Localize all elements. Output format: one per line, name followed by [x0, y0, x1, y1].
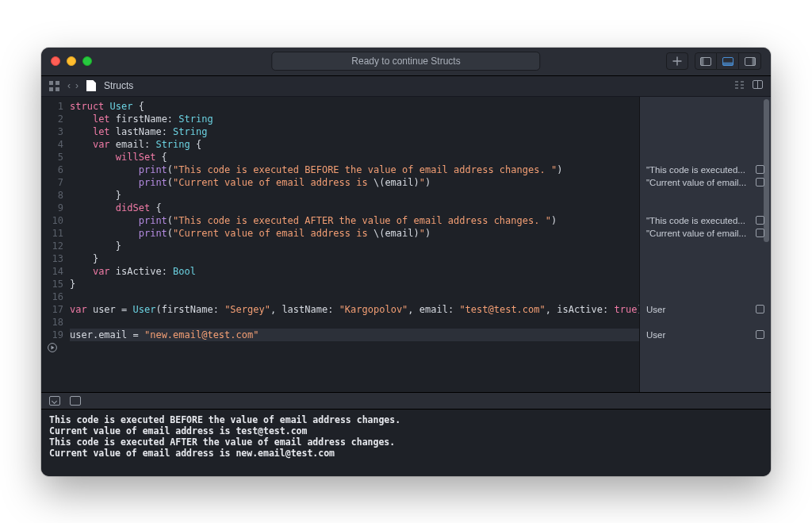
panel-toggle-group	[695, 52, 761, 70]
result-row[interactable]: User	[640, 329, 771, 341]
titlebar: Ready to continue Structs	[41, 48, 771, 76]
svg-rect-6	[49, 81, 53, 85]
svg-rect-8	[49, 87, 53, 91]
line-number-gutter: 12345678910111213141516171819	[41, 100, 70, 392]
jump-bar: ‹ › Structs	[41, 76, 771, 97]
code-editor[interactable]: 12345678910111213141516171819 struct Use…	[41, 97, 639, 392]
result-sidebar: "This code is executed..."Current value …	[639, 97, 771, 392]
xcode-window: Ready to continue Structs ‹	[41, 48, 771, 476]
code-area[interactable]: struct User { let firstName: String let …	[70, 100, 639, 392]
jump-bar-right	[734, 80, 763, 92]
add-button[interactable]	[666, 52, 688, 70]
toggle-navigator-button[interactable]	[695, 52, 717, 70]
svg-rect-1	[701, 57, 704, 65]
assistant-icon[interactable]	[753, 80, 763, 92]
quicklook-icon[interactable]	[756, 330, 764, 339]
svg-rect-9	[56, 87, 59, 91]
toolbar-right	[666, 52, 761, 70]
activity-viewer[interactable]: Ready to continue Structs	[271, 52, 540, 71]
toggle-debug-area-button[interactable]	[717, 52, 739, 70]
minimize-window-button[interactable]	[67, 56, 76, 66]
result-row[interactable]: "Current value of email...	[640, 176, 771, 189]
debug-bar	[41, 392, 771, 410]
result-row[interactable]: "This code is executed...	[640, 163, 771, 176]
debug-toggle-icon[interactable]	[49, 396, 60, 406]
result-row[interactable]: "This code is executed...	[640, 214, 771, 227]
scrollbar[interactable]	[764, 99, 769, 242]
nav-arrows: ‹ ›	[67, 80, 79, 91]
nav-forward-icon[interactable]: ›	[75, 80, 79, 91]
run-line-icon[interactable]	[41, 341, 63, 354]
svg-rect-5	[752, 57, 755, 65]
traffic-lights	[51, 56, 92, 66]
result-row[interactable]: "Current value of email...	[640, 227, 771, 240]
filename-label[interactable]: Structs	[104, 80, 133, 91]
svg-rect-7	[56, 81, 59, 85]
result-row[interactable]: User	[640, 303, 771, 316]
console-output[interactable]: This code is executed BEFORE the value o…	[41, 410, 771, 476]
svg-rect-3	[722, 62, 733, 65]
related-items-icon[interactable]	[49, 81, 59, 91]
main-area: 12345678910111213141516171819 struct Use…	[41, 97, 771, 392]
quicklook-icon[interactable]	[756, 305, 764, 313]
file-icon	[86, 80, 96, 91]
toggle-inspector-button[interactable]	[739, 52, 761, 70]
nav-back-icon[interactable]: ‹	[67, 80, 71, 91]
fullscreen-window-button[interactable]	[82, 56, 92, 66]
outline-icon[interactable]	[734, 80, 745, 92]
close-window-button[interactable]	[51, 56, 60, 66]
debug-view-icon[interactable]	[70, 396, 81, 406]
